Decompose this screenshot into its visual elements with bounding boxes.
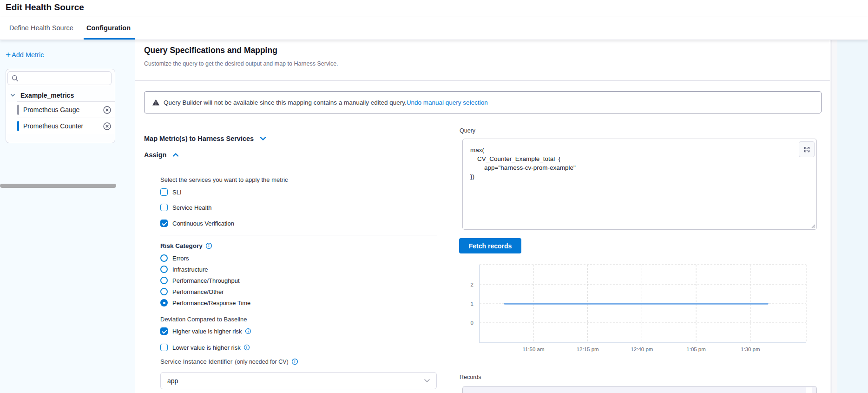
checkbox-lower-value-higher-risk[interactable]: Lower value is higher risk: [160, 343, 250, 352]
radio[interactable]: [160, 254, 168, 262]
sidebar-horizontal-scrollbar[interactable]: [0, 184, 116, 188]
radio-label: Errors: [172, 255, 189, 262]
warning-text: Query Builder will not be available sinc…: [164, 99, 407, 106]
svg-text:1: 1: [471, 301, 473, 306]
fetch-records-button[interactable]: Fetch records: [459, 238, 521, 253]
divider: [135, 80, 830, 80]
checkbox-label: SLI: [172, 189, 182, 196]
vertical-scrollbar[interactable]: [831, 39, 838, 393]
service-instance-identifier-label: Service Instance Identifier: [160, 358, 232, 365]
risk-category-label: Risk Category: [160, 242, 203, 249]
deviation-label: Deviation Compared to Baseline: [160, 316, 247, 323]
checkbox-sli[interactable]: SLI: [160, 188, 182, 196]
radio[interactable]: [160, 288, 168, 295]
info-icon[interactable]: [291, 358, 298, 365]
query-editor[interactable]: max( CV_Counter_Example_total { app="har…: [462, 139, 817, 230]
metrics-sidebar: + Add Metric Example_metrics Prometheus …: [0, 39, 135, 393]
checkbox[interactable]: [160, 188, 168, 196]
metric-search-box[interactable]: [7, 71, 112, 85]
info-icon[interactable]: [243, 344, 250, 351]
metric-group-name: Example_metrics: [20, 92, 74, 99]
circle-x-icon: [103, 122, 111, 130]
resize-handle-icon[interactable]: [811, 224, 815, 228]
expand-query-button[interactable]: [799, 141, 815, 157]
radio[interactable]: [160, 266, 168, 273]
svg-text:12:40 pm: 12:40 pm: [631, 346, 653, 352]
checkbox-label: Higher value is higher risk: [172, 328, 242, 335]
circle-x-icon: [103, 106, 111, 114]
remove-metric-button[interactable]: [103, 106, 111, 114]
dropdown-value: app: [167, 377, 424, 385]
service-instance-identifier-note: (only needed for CV): [235, 359, 288, 365]
query-label: Query: [460, 127, 475, 134]
selection-bar: [17, 121, 19, 131]
search-icon: [12, 75, 19, 82]
undo-query-selection-link[interactable]: Undo manual query selection: [407, 99, 488, 106]
section-heading: Query Specifications and Mapping: [144, 46, 277, 55]
service-instance-dropdown[interactable]: app: [160, 372, 437, 389]
info-icon[interactable]: [205, 242, 212, 249]
radio-label: Performance/Throughput: [172, 277, 240, 284]
checkbox[interactable]: [160, 344, 168, 351]
expand-icon: [803, 146, 810, 153]
page-background-strip: [837, 39, 868, 393]
query-text[interactable]: max( CV_Counter_Example_total { app="har…: [470, 146, 816, 181]
records-label: Records: [460, 374, 481, 380]
svg-text:12:15 pm: 12:15 pm: [577, 346, 599, 352]
edit-health-source-page: Edit Health Source Define Health Source …: [0, 0, 868, 393]
svg-text:2: 2: [471, 282, 473, 287]
line-chart: 21011:50 am12:15 pm12:40 pm1:05 pm1:30 p…: [466, 260, 817, 355]
warning-icon: [152, 99, 160, 106]
svg-text:0: 0: [471, 320, 473, 326]
checkbox[interactable]: [160, 220, 168, 227]
active-tab-indicator: [84, 38, 135, 40]
selection-bar: [17, 105, 19, 115]
tab-define-health-source[interactable]: Define Health Source: [9, 17, 73, 39]
svg-text:1:05 pm: 1:05 pm: [686, 346, 706, 352]
services-label: Select the services you want to apply th…: [160, 176, 288, 183]
radio-label: Performance/Response Time: [172, 300, 250, 306]
metric-item-label: Prometheus Gauge: [23, 106, 103, 113]
svg-text:1:30 pm: 1:30 pm: [741, 346, 760, 352]
svg-text:11:50 am: 11:50 am: [522, 346, 544, 352]
metric-item-prometheus-counter[interactable]: Prometheus Counter: [6, 118, 115, 134]
query-builder-warning: Query Builder will not be available sinc…: [144, 91, 822, 113]
page-header: Edit Health Source: [0, 0, 868, 17]
checkbox-higher-value-higher-risk[interactable]: Higher value is higher risk: [160, 327, 251, 335]
radio[interactable]: [160, 299, 168, 306]
divider: [160, 235, 437, 235]
metric-item-prometheus-gauge[interactable]: Prometheus Gauge: [6, 102, 115, 118]
search-input[interactable]: [21, 74, 111, 82]
radio-performance-other[interactable]: Performance/Other: [160, 287, 224, 296]
records-scrollbar[interactable]: [806, 387, 812, 393]
chevron-down-icon: [424, 379, 430, 383]
checkbox[interactable]: [160, 204, 168, 211]
checkbox-label: Service Health: [172, 204, 212, 211]
map-metrics-title: Map Metric(s) to Harness Services: [144, 135, 254, 142]
records-panel[interactable]: [462, 386, 817, 393]
info-icon[interactable]: [245, 328, 251, 334]
radio-performance-throughput[interactable]: Performance/Throughput: [160, 276, 240, 285]
plus-icon: +: [6, 51, 11, 59]
map-metrics-toggle[interactable]: Map Metric(s) to Harness Services: [144, 135, 267, 142]
tab-configuration[interactable]: Configuration: [86, 17, 131, 39]
radio-label: Performance/Other: [172, 288, 224, 295]
checkbox[interactable]: [160, 327, 168, 335]
radio[interactable]: [160, 277, 168, 284]
radio-errors[interactable]: Errors: [160, 254, 189, 262]
checkbox-service-health[interactable]: Service Health: [160, 203, 212, 212]
add-metric-label: Add Metric: [12, 51, 44, 59]
checkbox-continuous-verification[interactable]: Continuous Verification: [160, 219, 234, 227]
radio-infrastructure[interactable]: Infrastructure: [160, 265, 208, 273]
metric-group-row[interactable]: Example_metrics: [6, 89, 115, 101]
tab-bar: Define Health Source Configuration: [0, 17, 868, 40]
remove-metric-button[interactable]: [103, 122, 111, 130]
assign-toggle[interactable]: Assign: [144, 151, 179, 159]
add-metric-button[interactable]: + Add Metric: [6, 51, 44, 59]
risk-category-header: Risk Category: [160, 242, 212, 249]
main-panel: Query Specifications and Mapping Customi…: [135, 39, 830, 393]
service-instance-identifier-header: Service Instance Identifier (only needed…: [160, 358, 298, 365]
chevron-down-icon: [259, 135, 267, 142]
radio-performance-response-time[interactable]: Performance/Response Time: [160, 299, 250, 307]
section-subheading: Customize the query to get the desired o…: [144, 60, 338, 67]
